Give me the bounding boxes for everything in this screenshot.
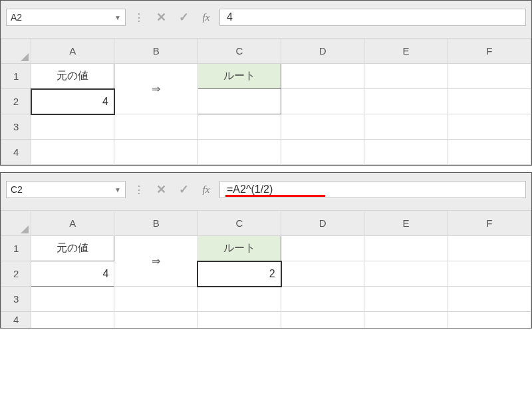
cell-D1[interactable] xyxy=(281,236,364,261)
cell-F2[interactable] xyxy=(448,89,531,114)
cell-D2[interactable] xyxy=(281,89,364,114)
formula-text: 4 xyxy=(227,11,233,23)
row-header-1[interactable]: 1 xyxy=(1,64,31,89)
cancel-icon[interactable]: ✕ xyxy=(152,182,170,197)
cell-B3[interactable] xyxy=(114,287,198,312)
formula-highlight-underline xyxy=(225,195,325,197)
cell-B4[interactable] xyxy=(114,140,198,165)
cell-F4[interactable] xyxy=(448,140,531,165)
col-header-A[interactable]: A xyxy=(31,211,114,236)
grid[interactable]: A B C D E F 1 元の値 ⇒ ルート 2 4 xyxy=(1,38,531,165)
confirm-icon[interactable]: ✓ xyxy=(174,10,193,25)
select-all-corner[interactable] xyxy=(1,211,31,236)
grid[interactable]: A B C D E F 1 元の値 ⇒ ルート 2 4 2 xyxy=(1,210,531,328)
cell-D1[interactable] xyxy=(281,64,364,89)
row-header-2[interactable]: 2 xyxy=(1,261,31,287)
spreadsheet-panel-2: C2 ▼ ⋮ ✕ ✓ fx =A2^(1/2) A B C D E F xyxy=(0,172,532,329)
row-header-4[interactable]: 4 xyxy=(1,140,31,165)
name-box-value: A2 xyxy=(11,12,22,23)
cell-C2[interactable] xyxy=(198,89,281,114)
cell-E2[interactable] xyxy=(364,261,448,287)
cancel-icon[interactable]: ✕ xyxy=(152,10,170,25)
cell-D4[interactable] xyxy=(281,140,364,165)
cell-A4[interactable] xyxy=(31,140,114,165)
formula-text: =A2^(1/2) xyxy=(227,184,273,196)
cell-F1[interactable] xyxy=(448,64,531,89)
cell-F4[interactable] xyxy=(448,312,531,328)
formula-bar: C2 ▼ ⋮ ✕ ✓ fx =A2^(1/2) xyxy=(1,173,531,210)
cell-E1[interactable] xyxy=(364,236,448,261)
spreadsheet-panel-1: A2 ▼ ⋮ ✕ ✓ fx 4 A B C D E F 1 xyxy=(0,0,532,166)
fx-icon[interactable]: fx xyxy=(197,12,215,23)
cell-C1[interactable]: ルート xyxy=(198,64,281,89)
col-header-E[interactable]: E xyxy=(364,39,448,64)
formula-input[interactable]: 4 xyxy=(219,9,526,26)
formula-input[interactable]: =A2^(1/2) xyxy=(219,181,526,198)
cell-F2[interactable] xyxy=(448,261,531,287)
cell-E4[interactable] xyxy=(364,140,448,165)
confirm-icon[interactable]: ✓ xyxy=(174,182,193,197)
row-header-1[interactable]: 1 xyxy=(1,236,31,261)
cell-E3[interactable] xyxy=(364,287,448,312)
cell-D3[interactable] xyxy=(281,287,364,312)
separator-icon: ⋮ xyxy=(130,11,148,24)
cell-F1[interactable] xyxy=(448,236,531,261)
fx-icon[interactable]: fx xyxy=(197,184,215,196)
cell-A3[interactable] xyxy=(31,287,114,312)
cell-E1[interactable] xyxy=(364,64,448,89)
formula-bar: A2 ▼ ⋮ ✕ ✓ fx 4 xyxy=(1,1,531,38)
col-header-B[interactable]: B xyxy=(114,39,198,64)
cell-F3[interactable] xyxy=(448,287,531,312)
col-header-F[interactable]: F xyxy=(448,211,531,236)
cell-C3[interactable] xyxy=(198,287,281,312)
cell-D3[interactable] xyxy=(281,114,364,140)
cell-F3[interactable] xyxy=(448,114,531,140)
cell-D4[interactable] xyxy=(281,312,364,328)
cell-C2[interactable]: 2 xyxy=(198,261,281,287)
cell-A1[interactable]: 元の値 xyxy=(31,236,114,261)
col-header-D[interactable]: D xyxy=(281,39,364,64)
name-box-dropdown-icon[interactable]: ▼ xyxy=(114,14,121,21)
col-header-D[interactable]: D xyxy=(281,211,364,236)
cell-A2[interactable]: 4 xyxy=(31,261,114,287)
row-header-2[interactable]: 2 xyxy=(1,89,31,114)
row-header-3[interactable]: 3 xyxy=(1,114,31,140)
col-header-C[interactable]: C xyxy=(198,39,281,64)
cell-C4[interactable] xyxy=(198,140,281,165)
row-header-4[interactable]: 4 xyxy=(1,312,31,328)
name-box-dropdown-icon[interactable]: ▼ xyxy=(114,186,121,194)
col-header-A[interactable]: A xyxy=(31,39,114,64)
cell-C4[interactable] xyxy=(198,312,281,328)
col-header-C[interactable]: C xyxy=(198,211,281,236)
name-box-value: C2 xyxy=(11,184,23,195)
cell-E3[interactable] xyxy=(364,114,448,140)
col-header-E[interactable]: E xyxy=(364,211,448,236)
name-box[interactable]: C2 ▼ xyxy=(6,181,126,198)
col-header-B[interactable]: B xyxy=(114,211,198,236)
cell-C1[interactable]: ルート xyxy=(198,236,281,261)
cell-D2[interactable] xyxy=(281,261,364,287)
cell-A1[interactable]: 元の値 xyxy=(31,64,114,89)
select-all-corner[interactable] xyxy=(1,39,31,64)
cell-A4[interactable] xyxy=(31,312,114,328)
cell-B4[interactable] xyxy=(114,312,198,328)
separator-icon: ⋮ xyxy=(130,184,148,196)
cell-B3[interactable] xyxy=(114,114,198,140)
cell-A3[interactable] xyxy=(31,114,114,140)
row-header-3[interactable]: 3 xyxy=(1,287,31,312)
cell-B1B2-arrow[interactable]: ⇒ xyxy=(114,236,198,287)
cell-E2[interactable] xyxy=(364,89,448,114)
cell-C3[interactable] xyxy=(198,114,281,140)
name-box[interactable]: A2 ▼ xyxy=(6,9,126,26)
cell-E4[interactable] xyxy=(364,312,448,328)
col-header-F[interactable]: F xyxy=(448,39,531,64)
cell-A2[interactable]: 4 xyxy=(31,89,114,114)
cell-B1B2-arrow[interactable]: ⇒ xyxy=(114,64,198,114)
